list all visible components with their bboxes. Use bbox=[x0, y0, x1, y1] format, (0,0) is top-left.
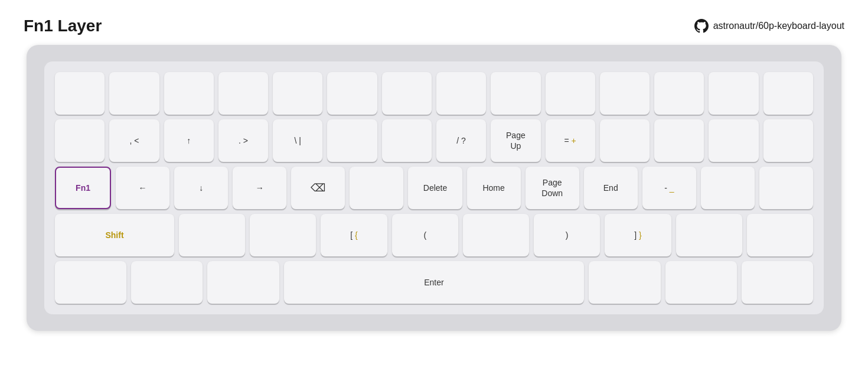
key-paren-close: ) bbox=[534, 214, 600, 256]
key-r4k6 bbox=[463, 214, 529, 256]
key-home: Home bbox=[467, 167, 521, 209]
page-header: Fn1 Layer astronautr/60p-keyboard-layout bbox=[0, 0, 868, 45]
key-right-arrow: → bbox=[233, 167, 286, 209]
key-row-1 bbox=[55, 72, 813, 115]
key-r3k12 bbox=[701, 167, 755, 209]
key-r1k13 bbox=[709, 72, 758, 115]
key-r1k2 bbox=[109, 72, 159, 115]
key-fn1-label: Fn1 bbox=[76, 183, 90, 193]
key-r2k6 bbox=[327, 119, 377, 162]
github-icon bbox=[694, 19, 709, 33]
key-page-up: Page Up bbox=[491, 119, 540, 162]
key-r4k2 bbox=[179, 214, 245, 256]
key-delete: Delete bbox=[408, 167, 462, 209]
key-r5k1 bbox=[55, 261, 126, 304]
key-page-up-line1: Page bbox=[506, 130, 526, 141]
key-end: End bbox=[584, 167, 638, 209]
key-r3k13 bbox=[759, 167, 813, 209]
key-r1k6 bbox=[327, 72, 377, 115]
key-backspace: ⌫ bbox=[291, 167, 345, 209]
key-row-3: Fn1 ← ↓ → ⌫ Delete Home Page bbox=[55, 167, 813, 209]
key-row-2: , < ↑ . > \ | / ? Page Up bbox=[55, 119, 813, 162]
key-r1k8 bbox=[436, 72, 486, 115]
key-page-down: Page Down bbox=[526, 167, 579, 209]
key-shift: Shift bbox=[55, 214, 174, 256]
key-r2k14 bbox=[763, 119, 813, 162]
key-shift-label: Shift bbox=[105, 230, 123, 240]
key-r2k13 bbox=[709, 119, 758, 162]
keyboard-container: , < ↑ . > \ | / ? Page Up bbox=[27, 45, 841, 331]
key-equals-plus: = + bbox=[546, 119, 595, 162]
key-r2k11 bbox=[600, 119, 650, 162]
key-r1k11 bbox=[600, 72, 650, 115]
key-page-up-line2: Up bbox=[510, 141, 521, 151]
key-r1k5 bbox=[273, 72, 322, 115]
key-period-gt: . > bbox=[218, 119, 268, 162]
key-r1k3 bbox=[164, 72, 214, 115]
key-r1k7 bbox=[382, 72, 432, 115]
page-title: Fn1 Layer bbox=[24, 17, 102, 35]
key-r1k9 bbox=[491, 72, 540, 115]
key-r1k10 bbox=[546, 72, 595, 115]
key-enter: Enter bbox=[284, 261, 585, 304]
key-fn1: Fn1 bbox=[55, 167, 111, 209]
repo-label: astronautr/60p-keyboard-layout bbox=[713, 21, 844, 31]
key-bracket-open: [ { bbox=[321, 214, 387, 256]
key-page-down-line2: Down bbox=[541, 188, 563, 198]
key-r1k4 bbox=[218, 72, 268, 115]
key-r5k6 bbox=[665, 261, 737, 304]
key-r2k1 bbox=[55, 119, 105, 162]
key-backslash-pipe: \ | bbox=[273, 119, 322, 162]
key-r1k1 bbox=[55, 72, 105, 115]
key-row-4: Shift [ { ( ) ] } bbox=[55, 214, 813, 256]
key-up-arrow: ↑ bbox=[164, 119, 214, 162]
repo-link: astronautr/60p-keyboard-layout bbox=[694, 19, 844, 33]
key-paren-open: ( bbox=[392, 214, 458, 256]
key-minus-underscore: - _ bbox=[642, 167, 696, 209]
key-r4k9 bbox=[676, 214, 742, 256]
key-r4k10 bbox=[747, 214, 813, 256]
backspace-icon: ⌫ bbox=[311, 181, 325, 194]
key-comma-lt: , < bbox=[109, 119, 159, 162]
key-r5k3 bbox=[207, 261, 279, 304]
keyboard-inner: , < ↑ . > \ | / ? Page Up bbox=[44, 61, 824, 314]
key-enter-label: Enter bbox=[424, 278, 443, 287]
key-left-arrow: ← bbox=[116, 167, 169, 209]
key-r5k2 bbox=[131, 261, 203, 304]
key-slash-question: / ? bbox=[436, 119, 486, 162]
key-down-arrow: ↓ bbox=[174, 167, 228, 209]
key-row-5: Enter bbox=[55, 261, 813, 304]
key-r5k7 bbox=[742, 261, 813, 304]
key-r4k3 bbox=[250, 214, 316, 256]
key-page-down-line1: Page bbox=[543, 177, 562, 188]
key-r2k7 bbox=[382, 119, 432, 162]
key-bracket-close: ] } bbox=[605, 214, 671, 256]
key-r1k14 bbox=[763, 72, 813, 115]
key-r3k6 bbox=[350, 167, 403, 209]
key-r5k5 bbox=[589, 261, 660, 304]
key-r1k12 bbox=[654, 72, 704, 115]
key-r2k12 bbox=[654, 119, 704, 162]
